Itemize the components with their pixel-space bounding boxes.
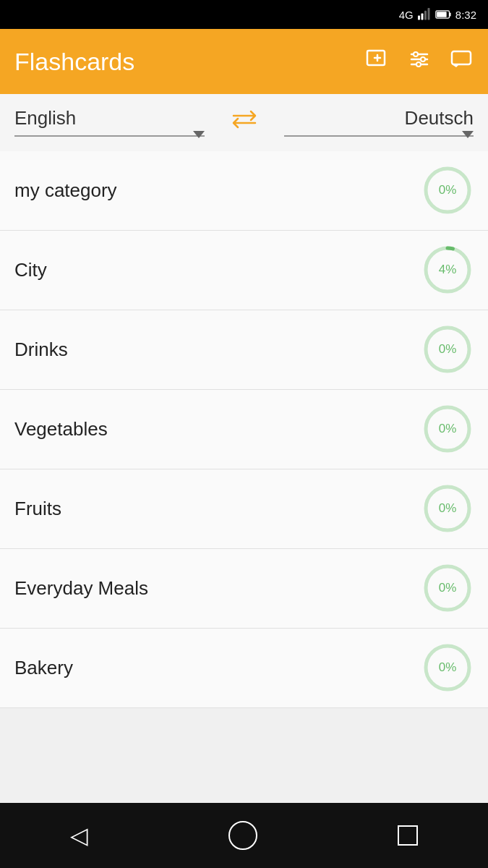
category-item[interactable]: Vegetables 0% (0, 390, 488, 469)
from-language-label: English (14, 107, 205, 135)
svg-point-14 (421, 57, 425, 61)
svg-rect-6 (437, 12, 447, 17)
add-card-icon[interactable] (365, 47, 390, 77)
category-item[interactable]: Drinks 0% (0, 310, 488, 390)
signal-bars-icon (418, 8, 431, 21)
category-item[interactable]: Bakery 0% (0, 629, 488, 708)
category-item[interactable]: Everyday Meals 0% (0, 549, 488, 629)
svg-rect-1 (421, 14, 423, 20)
app-title: Flashcards (14, 48, 365, 76)
category-name: Fruits (14, 498, 61, 520)
progress-circle: 0% (421, 403, 474, 455)
bottom-navigation: ◁ (0, 803, 488, 868)
svg-rect-2 (424, 11, 427, 20)
category-item[interactable]: Fruits 0% (0, 469, 488, 549)
back-button[interactable]: ◁ (70, 822, 88, 849)
progress-circle: 0% (421, 642, 474, 694)
filter-icon[interactable] (407, 47, 432, 77)
home-button[interactable] (228, 821, 257, 850)
signal-indicator: 4G (399, 9, 414, 21)
to-language-label: Deutsch (284, 107, 474, 135)
battery-icon (435, 9, 451, 20)
from-language-underline (14, 135, 205, 137)
language-selector: English Deutsch (0, 94, 488, 151)
svg-rect-0 (418, 16, 420, 20)
recents-button[interactable] (398, 825, 418, 846)
category-list: my category 0% City 4% Drinks 0% Ve (0, 151, 488, 708)
progress-circle: 0% (421, 482, 474, 535)
category-name: City (14, 259, 47, 281)
category-item[interactable]: my category 0% (0, 151, 488, 231)
time-display: 8:32 (455, 9, 476, 21)
progress-label: 0% (439, 422, 457, 436)
svg-point-15 (416, 62, 421, 67)
app-bar-actions (365, 47, 474, 77)
svg-point-13 (414, 52, 418, 56)
progress-label: 0% (439, 183, 457, 197)
category-item[interactable]: City 4% (0, 231, 488, 310)
category-name: Everyday Meals (14, 577, 148, 600)
progress-circle: 0% (421, 164, 474, 216)
category-name: Bakery (14, 657, 73, 679)
progress-label: 4% (439, 263, 457, 277)
category-name: Drinks (14, 339, 68, 361)
progress-label: 0% (439, 581, 457, 595)
swap-languages-button[interactable] (212, 109, 277, 135)
progress-label: 0% (439, 342, 457, 357)
status-bar: 4G 8:32 (0, 0, 488, 29)
svg-rect-5 (449, 12, 450, 16)
status-icons: 4G 8:32 (399, 8, 476, 21)
progress-circle: 0% (421, 562, 474, 614)
to-language-underline (284, 135, 474, 137)
progress-circle: 4% (421, 244, 474, 296)
category-name: Vegetables (14, 418, 108, 441)
category-name: my category (14, 179, 117, 202)
svg-rect-3 (427, 8, 429, 20)
app-bar: Flashcards (0, 29, 488, 94)
to-language[interactable]: Deutsch (284, 107, 474, 137)
progress-label: 0% (439, 501, 457, 516)
progress-circle: 0% (421, 323, 474, 375)
from-language[interactable]: English (14, 107, 205, 137)
progress-label: 0% (439, 660, 457, 675)
svg-rect-16 (452, 51, 471, 64)
message-icon[interactable] (449, 47, 474, 77)
